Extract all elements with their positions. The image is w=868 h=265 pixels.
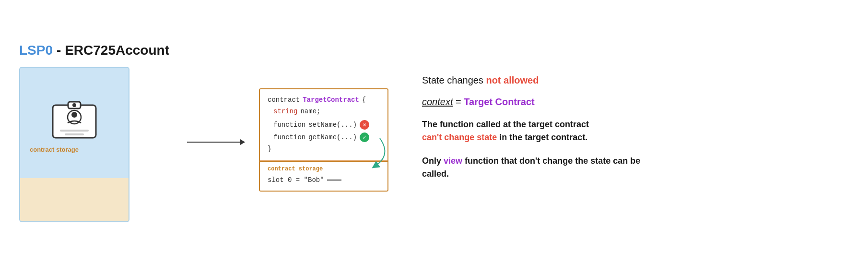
- info-line-4: Only view function that don't change the…: [422, 155, 662, 181]
- kw-getname: getName(...): [308, 133, 357, 141]
- code-top: contract TargetContract { string name; f…: [260, 89, 387, 161]
- contract-card: contract storage: [19, 67, 129, 222]
- kw-setname: setName(...): [308, 121, 357, 129]
- kw-target: TargetContract: [303, 96, 359, 104]
- kw-function-2: function: [273, 133, 305, 141]
- id-card-icon: [48, 98, 101, 141]
- info-section: State changes not allowed context = Targ…: [393, 75, 662, 181]
- cant-change: can't change state: [422, 132, 497, 142]
- code-line-contract: contract TargetContract {: [268, 96, 380, 104]
- code-line-string: string name;: [273, 108, 380, 115]
- left-section: LSP0 - ERC725Account: [19, 43, 173, 222]
- kw-closing: }: [268, 145, 271, 153]
- code-line-getname: function getName(...) ✓: [273, 132, 380, 142]
- context-word: context: [422, 96, 453, 107]
- arrow-section: [173, 142, 259, 143]
- not-allowed-text: not allowed: [486, 75, 539, 85]
- code-section: contract TargetContract { string name; f…: [259, 88, 393, 192]
- kw-function-1: function: [273, 121, 305, 129]
- info-line-2: context = Target Contract: [422, 96, 662, 108]
- info-line-3: The function called at the target contra…: [422, 118, 662, 144]
- curved-arrow-svg: [365, 133, 388, 172]
- eq-sign: =: [453, 96, 464, 107]
- card-storage-area: [20, 178, 129, 221]
- code-line-setname: function setName(...) ✕: [273, 120, 380, 130]
- view-word: view: [444, 156, 462, 166]
- target-contract-bold: Target Contract: [464, 96, 534, 107]
- slot-line: slot 0 = "Bob": [268, 176, 380, 184]
- code-block: contract TargetContract { string name; f…: [259, 88, 388, 192]
- svg-point-4: [71, 112, 77, 118]
- code-line-closing: }: [268, 145, 380, 153]
- state-changes-prefix: State changes: [422, 75, 486, 85]
- only-text: Only: [422, 156, 444, 166]
- kw-string: string: [273, 108, 297, 115]
- svg-rect-5: [60, 130, 89, 132]
- page-title: LSP0 - ERC725Account: [19, 43, 169, 58]
- main-container: LSP0 - ERC725Account: [19, 43, 849, 222]
- svg-rect-6: [65, 133, 84, 135]
- x-icon: ✕: [360, 120, 369, 130]
- card-body: contract storage: [20, 68, 129, 178]
- kw-contract: contract: [268, 96, 300, 104]
- kw-name: name;: [300, 108, 320, 115]
- kw-brace: {: [362, 96, 366, 104]
- line3-text: The function called at the target contra…: [422, 120, 589, 129]
- arrow-line: [187, 142, 245, 143]
- storage-label: contract storage: [268, 166, 380, 172]
- card-storage-label: contract storage: [30, 146, 79, 153]
- info-line-1: State changes not allowed: [422, 75, 662, 86]
- slot-dash: [327, 180, 341, 181]
- title-rest: - ERC725Account: [57, 43, 169, 58]
- line3-rest: in the target contract.: [497, 132, 587, 142]
- svg-point-2: [72, 103, 76, 107]
- title-lsp0: LSP0: [19, 43, 53, 58]
